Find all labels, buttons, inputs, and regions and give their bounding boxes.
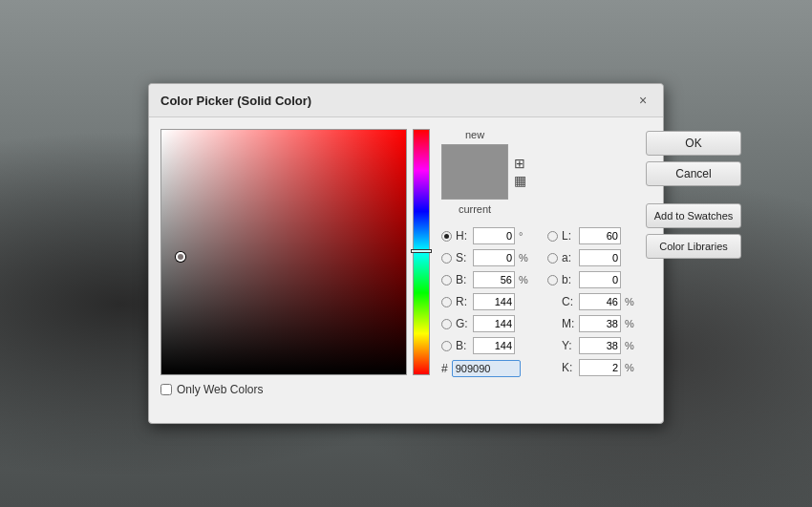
b-lab-row: b: [547,270,634,289]
y-suffix: % [625,340,634,351]
h-input[interactable] [473,227,515,244]
ok-button[interactable]: OK [646,131,741,156]
dialog-title: Color Picker (Solid Color) [160,94,311,108]
close-button[interactable]: × [634,92,652,109]
b-lab-label: b: [562,273,575,286]
hex-label: # [441,362,448,375]
h-radio[interactable] [441,231,452,242]
b-rgb-row: B: [441,336,528,355]
s-radio[interactable] [441,253,452,264]
m-input[interactable] [579,315,621,332]
h-label: H: [456,229,469,243]
g-radio[interactable] [441,319,452,329]
g-row: G: [441,314,528,333]
k-input[interactable] [579,359,621,376]
k-row: K: % [547,358,634,377]
b-radio[interactable] [441,275,452,285]
new-color-swatch [442,145,507,172]
lab-cmyk-group: L: a: b: [547,226,634,377]
b-rgb-label: B: [456,339,469,352]
color-libraries-button[interactable]: Color Libraries [646,234,741,259]
cancel-button[interactable]: Cancel [646,161,741,186]
r-input[interactable] [473,293,515,310]
h-row: H: ° [441,226,528,245]
a-input[interactable] [579,249,621,266]
c-label: C: [562,295,575,308]
l-radio[interactable] [547,231,558,242]
s-label: S: [456,251,469,264]
l-label: L: [562,229,575,243]
a-label: a: [562,251,575,264]
b-row: B: % [441,270,528,289]
swatch-add-icon[interactable]: ⊞ [514,156,526,171]
c-suffix: % [625,296,634,307]
k-label: K: [562,361,575,374]
b-lab-input[interactable] [579,271,621,288]
s-input[interactable] [473,249,515,266]
swatch-grid-icon[interactable]: ▦ [514,173,526,188]
m-label: M: [562,317,575,330]
y-input[interactable] [579,337,621,354]
a-row: a: [547,248,634,267]
c-input[interactable] [579,293,621,310]
only-web-colors-row: Only Web Colors [160,383,430,396]
y-label: Y: [562,339,575,352]
color-field-wrapper [160,129,430,375]
r-radio[interactable] [441,297,452,307]
g-label: G: [456,317,469,330]
current-color-swatch [442,172,507,199]
r-row: R: [441,292,528,311]
s-suffix: % [519,252,528,264]
hex-input[interactable] [452,360,521,377]
hue-slider-indicator [411,249,432,253]
h-suffix: ° [519,230,528,242]
m-suffix: % [625,318,634,329]
add-to-swatches-button[interactable]: Add to Swatches [646,203,741,228]
l-row: L: [547,226,634,245]
hsb-rgb-group: H: ° S: % B: [441,226,528,377]
only-web-colors-label: Only Web Colors [177,383,263,396]
picker-middle: new current ⊞ ▦ [441,129,634,396]
color-saturation-field[interactable] [160,129,407,375]
current-label: current [459,203,491,215]
hue-slider-strip[interactable] [413,129,430,375]
m-row: M: % [547,314,634,333]
only-web-colors-checkbox[interactable] [160,384,172,395]
color-picker-dialog: Color Picker (Solid Color) × Only Web Co… [148,83,664,424]
b-lab-radio[interactable] [547,275,558,285]
dialog-body: Only Web Colors new current ⊞ ▦ [149,117,663,408]
b-input[interactable] [473,271,515,288]
r-label: R: [456,295,469,308]
g-input[interactable] [473,315,515,332]
y-row: Y: % [547,336,634,355]
new-label: new [465,129,484,140]
b-suffix: % [519,274,528,285]
k-suffix: % [625,362,634,373]
title-bar: Color Picker (Solid Color) × [149,84,663,117]
darkness-gradient [161,130,406,374]
c-row: C: % [547,292,634,311]
l-input[interactable] [579,227,621,244]
b-label: B: [456,273,469,286]
hex-row: # [441,360,528,377]
inputs-section: H: ° S: % B: [441,226,634,377]
picker-left: Only Web Colors [160,129,430,396]
b-rgb-radio[interactable] [441,341,452,351]
s-row: S: % [441,248,528,267]
b-rgb-input[interactable] [473,337,515,354]
picker-right: OK Cancel Add to Swatches Color Librarie… [646,129,741,396]
color-preview [441,144,508,200]
a-radio[interactable] [547,253,558,264]
